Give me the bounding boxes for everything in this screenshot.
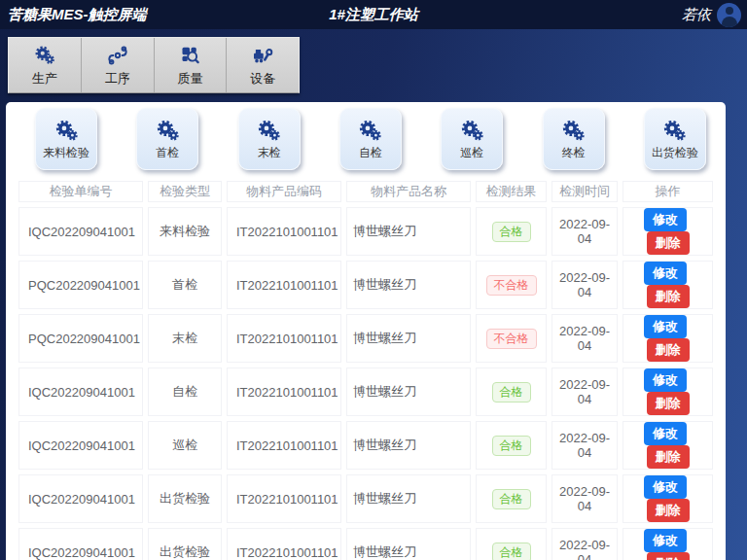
top-bar: 苦糖果MES-触控屏端 1#注塑工作站 若依 [0, 0, 747, 29]
quality-nav-outgoing-inspection[interactable]: 出货检验 [644, 108, 706, 170]
delete-button[interactable]: 删除 [647, 445, 690, 469]
edit-button[interactable]: 修改 [644, 368, 687, 392]
gears-icon [357, 118, 383, 144]
station-title: 1#注塑工作站 [329, 6, 418, 24]
content-panel: 来料检验 首检 末检 自检 巡检 终检 出货检验 [6, 102, 726, 560]
col-header-inspection-no: 检验单编号 [18, 181, 143, 202]
table-row: IQC202209041001 巡检 IT2022101001101 博世螺丝刀… [18, 421, 713, 470]
delete-button[interactable]: 删除 [647, 392, 690, 415]
gears-icon [459, 118, 485, 144]
tab-production[interactable]: 生产 [9, 38, 82, 92]
result-badge: 不合格 [486, 275, 537, 296]
tab-label: 生产 [32, 70, 57, 88]
main-nav-tabbar: 生产 工序 质量 设备 [8, 37, 300, 93]
tab-label: 设备 [250, 70, 275, 88]
result-badge: 不合格 [486, 329, 537, 349]
col-header-result: 检测结果 [476, 181, 547, 202]
username: 若依 [682, 6, 711, 24]
delete-button[interactable]: 删除 [647, 231, 690, 255]
edit-button[interactable]: 修改 [644, 422, 687, 445]
edit-button[interactable]: 修改 [644, 262, 687, 285]
col-header-inspection-type: 检验类型 [148, 181, 222, 202]
result-badge: 合格 [492, 436, 531, 456]
gears-icon [33, 44, 56, 67]
quality-nav-first-inspection[interactable]: 首检 [136, 108, 198, 170]
quality-nav-incoming-inspection[interactable]: 来料检验 [35, 108, 97, 170]
quality-nav-self-inspection[interactable]: 自检 [339, 108, 402, 170]
col-header-time: 检测时间 [551, 181, 618, 202]
gears-icon [53, 118, 80, 144]
user-avatar-icon[interactable] [717, 3, 741, 27]
table-row: IQC202209041001 来料检验 IT2022101001101 博世螺… [18, 207, 713, 256]
quality-subnav: 来料检验 首检 末检 自检 巡检 终检 出货检验 [6, 102, 726, 170]
result-badge: 合格 [492, 542, 531, 560]
result-badge: 合格 [492, 489, 531, 509]
result-badge: 合格 [492, 382, 531, 402]
edit-button[interactable]: 修改 [644, 475, 687, 499]
gears-icon [256, 118, 282, 144]
delete-button[interactable]: 删除 [647, 285, 690, 308]
tab-quality[interactable]: 质量 [155, 38, 228, 92]
tab-label: 质量 [177, 70, 202, 88]
gears-icon [661, 118, 688, 144]
gears-icon [155, 118, 181, 144]
app-title: 苦糖果MES-触控屏端 [0, 6, 147, 24]
delete-button[interactable]: 删除 [647, 552, 690, 560]
edit-button[interactable]: 修改 [644, 529, 687, 552]
quality-nav-final-inspection[interactable]: 终检 [543, 108, 605, 170]
delete-button[interactable]: 删除 [647, 499, 690, 522]
result-badge: 合格 [492, 222, 531, 242]
table-row: PQC202209041001 末检 IT2022101001101 博世螺丝刀… [18, 314, 713, 363]
table-row: IQC202209041001 出货检验 IT2022101001101 博世螺… [18, 528, 713, 560]
table-row: PQC202209041001 首检 IT2022101001101 博世螺丝刀… [18, 261, 713, 309]
col-header-material-name: 物料产品名称 [346, 181, 471, 202]
quality-inspect-icon [178, 44, 201, 67]
tab-label: 工序 [105, 70, 130, 88]
edit-button[interactable]: 修改 [644, 208, 687, 231]
equipment-icon [251, 44, 274, 67]
user-box: 若依 [682, 0, 741, 29]
table-header-row: 检验单编号 检验类型 物料产品编码 物料产品名称 检测结果 检测时间 操作 [18, 181, 713, 202]
quality-nav-last-inspection[interactable]: 末检 [238, 108, 301, 170]
tab-equipment[interactable]: 设备 [227, 38, 299, 92]
table-row: IQC202209041001 自检 IT2022101001101 博世螺丝刀… [18, 368, 713, 416]
process-route-icon [106, 44, 129, 67]
inspection-table: 检验单编号 检验类型 物料产品编码 物料产品名称 检测结果 检测时间 操作 IQ… [14, 176, 718, 560]
gears-icon [560, 118, 587, 144]
tab-process[interactable]: 工序 [82, 38, 155, 92]
quality-nav-patrol-inspection[interactable]: 巡检 [441, 108, 503, 170]
col-header-operation: 操作 [622, 181, 713, 202]
delete-button[interactable]: 删除 [647, 338, 690, 362]
col-header-material-code: 物料产品编码 [227, 181, 341, 202]
edit-button[interactable]: 修改 [644, 315, 687, 338]
table-row: IQC202209041001 出货检验 IT2022101001101 博世螺… [18, 474, 713, 523]
